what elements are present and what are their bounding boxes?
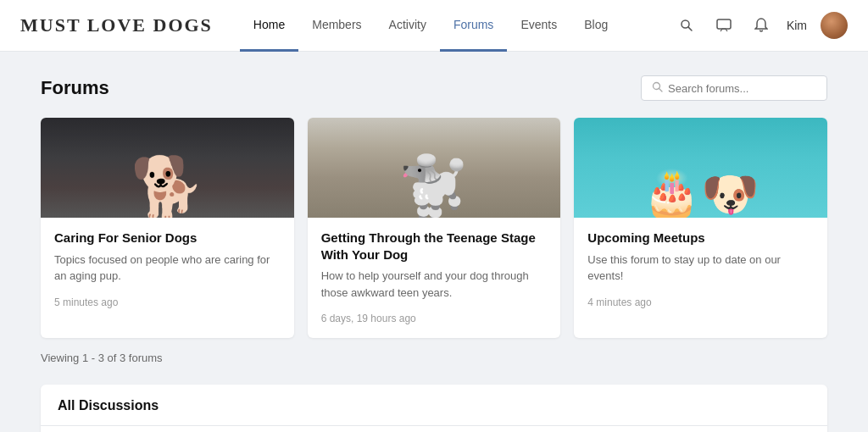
forum-card-image-1: [308, 118, 561, 218]
forum-card-body-1: Getting Through the Teenage Stage With Y…: [308, 218, 561, 338]
forum-card-desc-1: How to help yourself and your dog throug…: [321, 268, 548, 301]
header-right: Kim: [675, 12, 848, 39]
svg-line-1: [688, 27, 692, 30]
page-title: Forums: [41, 77, 109, 99]
discussions-title: All Discussions: [58, 398, 159, 413]
main-content: Forums Caring For Senior Dogs Topics foc…: [27, 52, 841, 432]
forum-card-body-0: Caring For Senior Dogs Topics focused on…: [41, 218, 294, 322]
site-header: MUST LOVE DOGS Home Members Activity For…: [0, 0, 868, 52]
forum-card-time-2: 4 minutes ago: [587, 296, 814, 308]
forum-cards-grid: Caring For Senior Dogs Topics focused on…: [41, 118, 827, 338]
forum-card-desc-2: Use this forum to stay up to date on our…: [587, 252, 814, 285]
discussions-header: All Discussions: [41, 385, 827, 426]
user-name[interactable]: Kim: [787, 19, 807, 32]
forum-card-title-0: Caring For Senior Dogs: [54, 230, 281, 246]
viewing-count: Viewing 1 - 3 of 3 forums: [41, 352, 827, 364]
forum-card-desc-0: Topics focused on people who are caring …: [54, 252, 281, 285]
forum-card-image-0: [41, 118, 294, 218]
discussions-section: All Discussions It's Nova's Birthday! 👤 …: [41, 385, 827, 432]
site-logo: MUST LOVE DOGS: [20, 14, 213, 36]
discussion-item-0[interactable]: It's Nova's Birthday! 👤 Kim replied 4 mi…: [41, 426, 827, 432]
forum-card-title-2: Upcoming Meetups: [587, 230, 814, 246]
nav-item-blog[interactable]: Blog: [570, 0, 621, 52]
nav-item-events[interactable]: Events: [507, 0, 570, 52]
forum-card-body-2: Upcoming Meetups Use this forum to stay …: [574, 218, 827, 322]
forum-card-title-1: Getting Through the Teenage Stage With Y…: [321, 230, 548, 263]
nav-item-members[interactable]: Members: [298, 0, 375, 52]
search-input[interactable]: [668, 82, 816, 95]
forum-card-image-2: [574, 118, 827, 218]
forum-card-time-0: 5 minutes ago: [54, 296, 281, 308]
nav-item-activity[interactable]: Activity: [376, 0, 440, 52]
messages-icon[interactable]: [712, 14, 736, 37]
forum-card-2[interactable]: Upcoming Meetups Use this forum to stay …: [574, 118, 827, 338]
forum-search-box[interactable]: [641, 75, 827, 101]
search-icon[interactable]: [675, 14, 698, 37]
forum-card-0[interactable]: Caring For Senior Dogs Topics focused on…: [41, 118, 294, 338]
forum-card-time-1: 6 days, 19 hours ago: [321, 313, 548, 324]
nav-item-home[interactable]: Home: [240, 0, 298, 52]
user-avatar[interactable]: [821, 12, 848, 39]
search-small-icon: [652, 81, 663, 95]
forum-card-1[interactable]: Getting Through the Teenage Stage With Y…: [308, 118, 561, 338]
svg-rect-2: [717, 19, 731, 29]
nav-item-forums[interactable]: Forums: [440, 0, 507, 52]
page-header: Forums: [41, 75, 827, 101]
svg-line-4: [659, 89, 663, 92]
main-nav: Home Members Activity Forums Events Blog: [240, 0, 675, 52]
notifications-icon[interactable]: [749, 14, 773, 37]
